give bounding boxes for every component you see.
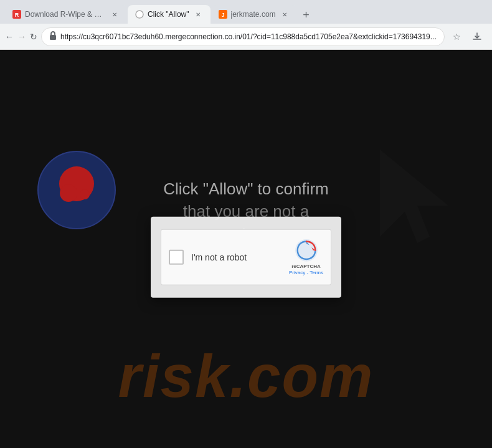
recaptcha-branding: reCAPTCHA Privacy - Terms (289, 263, 323, 276)
recaptcha-dialog: I'm not a robot reCAPTCHA Privacy (151, 216, 341, 298)
back-icon: ← (5, 32, 14, 42)
tab-favicon-rwipe: R (12, 10, 21, 19)
bookmark-button[interactable]: ☆ (448, 28, 466, 45)
heading-allow-quote: "Allow" to confirm (203, 179, 329, 198)
star-icon: ☆ (453, 32, 461, 42)
reload-icon: ↻ (30, 32, 37, 42)
watermark-text: risk.com (118, 342, 374, 411)
page-content: risk.com Click "Allow" to confirm that y… (0, 50, 492, 448)
tab-bar: R Download R-Wipe & Clean 20... ✕ Click … (0, 0, 492, 24)
heading-click: Click (163, 179, 203, 198)
profile-button[interactable] (488, 28, 492, 45)
reload-button[interactable]: ↻ (30, 28, 37, 45)
toolbar: ← → ↻ https://cu3qcr6071bc73eduh60.merge… (0, 24, 492, 50)
tab-title-rwipe: Download R-Wipe & Clean 20... (25, 10, 106, 19)
tab-close-click[interactable]: ✕ (193, 9, 203, 19)
back-button[interactable]: ← (5, 28, 14, 45)
recaptcha-links[interactable]: Privacy - Terms (289, 270, 323, 276)
recaptcha-logo-area: reCAPTCHA Privacy - Terms (289, 238, 323, 276)
tab-jerkmate[interactable]: J jerkmate.com ✕ (211, 5, 297, 24)
tab-title-jerkmate: jerkmate.com (231, 10, 276, 19)
tab-close-jerkmate[interactable]: ✕ (280, 9, 290, 19)
browser-frame: R Download R-Wipe & Clean 20... ✕ Click … (0, 0, 492, 448)
address-bar[interactable]: https://cu3qcr6071bc73eduh60.mergeconnec… (41, 27, 445, 46)
tab-rwipe[interactable]: R Download R-Wipe & Clean 20... ✕ (5, 5, 127, 24)
tab-click-allow[interactable]: Click "Allow" ✕ (128, 5, 211, 24)
heading-line1: Click "Allow" to confirm (140, 178, 352, 200)
recaptcha-checkbox[interactable] (169, 250, 184, 265)
toolbar-actions: ☆ ⋮ (448, 28, 492, 45)
lock-icon (49, 31, 57, 42)
circle-logo (36, 150, 117, 231)
forward-icon: → (17, 32, 26, 42)
tab-favicon-click (135, 10, 144, 19)
recaptcha-label: I'm not a robot (191, 252, 281, 262)
download-button[interactable] (468, 28, 486, 45)
tab-favicon-jerkmate: J (219, 10, 227, 19)
tab-title-click: Click "Allow" (148, 10, 189, 19)
tab-close-rwipe[interactable]: ✕ (110, 9, 120, 19)
address-text: https://cu3qcr6071bc73eduh60.mergeconnec… (60, 32, 437, 41)
svg-point-10 (80, 189, 90, 199)
svg-text:R: R (15, 12, 19, 18)
recaptcha-inner: I'm not a robot reCAPTCHA Privacy (161, 229, 331, 285)
svg-text:J: J (221, 12, 224, 18)
svg-point-2 (136, 11, 143, 18)
download-icon (472, 32, 482, 42)
recaptcha-logo-icon (295, 238, 318, 262)
new-tab-button[interactable]: + (298, 6, 315, 24)
svg-point-9 (60, 184, 77, 202)
forward-button[interactable]: → (17, 28, 26, 45)
arrow-watermark (367, 143, 467, 285)
svg-rect-5 (50, 35, 56, 40)
